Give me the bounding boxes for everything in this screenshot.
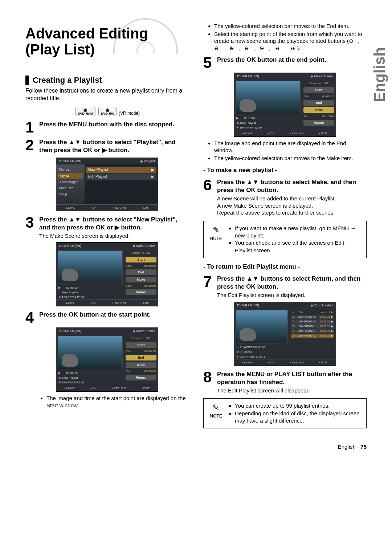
step-desc: A new Scene will be added to the current…: [217, 195, 367, 216]
step-2: 2 Press the ▲▼ buttons to select "Playli…: [25, 138, 189, 154]
osd-make-scene-end: DVD-RAM(VR)◆ Make Scene ▶ 00:10:00 ▭ New…: [234, 73, 336, 137]
step-number: 4: [25, 311, 36, 325]
osd-playlist-menu: DVD-RAM(VR)◆ Playlist Title List Playlis…: [56, 158, 158, 211]
step-8: 8 Press the MENU or PLAY LIST button aft…: [203, 370, 367, 394]
section-intro: Follow these instructions to create a ne…: [25, 87, 189, 102]
step-5: 5 Press the OK button at the end point.: [203, 56, 367, 70]
step-title: Press the MENU or PLAY LIST button after…: [217, 370, 367, 386]
note-box-1: ✎NOTE If you want to make a new playlist…: [203, 221, 367, 258]
step-title: Press the OK button at the end point.: [217, 56, 367, 64]
subheading-make: - To make a new playlist -: [203, 167, 367, 174]
page-title-block: Advanced Editing (Play List): [25, 22, 189, 65]
subheading-return: - To return to Edit Playlist menu -: [203, 263, 367, 270]
step-4: 4 Press the OK button at the start point…: [25, 311, 189, 325]
step-number: 5: [203, 56, 214, 70]
step-desc: The Edit Playlist screen is displayed.: [217, 292, 367, 299]
note-icon: ✎: [208, 402, 224, 413]
step-title: Press the OK button at the start point.: [39, 311, 189, 319]
osd-make-scene-initial: DVD-RAM(VR)◆ Make Scene ▶ 00:00:10 ▭ New…: [56, 242, 158, 306]
step4-bullets-cont: The yellow-colored selection bar moves t…: [208, 23, 367, 52]
dvd-ram-icon: DVD-RAM: [75, 107, 96, 116]
step-number: 1: [25, 121, 36, 134]
step-title: Press the ▲▼ buttons to select Return, a…: [217, 275, 367, 291]
page-footer: English - 75: [25, 444, 367, 450]
step-6: 6 Press the ▲▼ buttons to select Make, a…: [203, 178, 367, 216]
step-title: Press the ▲▼ buttons to select "Playlist…: [39, 138, 189, 154]
step-number: 8: [203, 370, 214, 394]
osd-make-scene-start: DVD-RAM(VR)◆ Make Scene ▶ 00:00:10 ▭ New…: [56, 327, 158, 392]
step-title: Press the ▲▼ buttons to select Make, and…: [217, 178, 367, 194]
step-title: Press the ▲▼ buttons to select "New Play…: [39, 216, 189, 232]
note-box-2: ✎NOTE You can create up to 99 playlist e…: [203, 398, 367, 428]
step-number: 3: [25, 216, 36, 240]
step-3: 3 Press the ▲▼ buttons to select "New Pl…: [25, 216, 189, 240]
vr-mode-label: (VR mode): [119, 111, 140, 116]
step-number: 6: [203, 178, 214, 216]
dvd-rw-icon: DVD-RW: [98, 107, 117, 116]
step4-bullets: The image and time at the start point ar…: [40, 395, 189, 409]
section-heading-creating: Creating a Playlist: [25, 76, 189, 85]
step-desc: The Edit Playlist screen will disappear.: [217, 387, 367, 394]
page-title: Advanced Editing (Play List): [25, 25, 189, 57]
note-icon: ✎: [208, 225, 224, 236]
disc-compatibility: DVD-RAM DVD-RW (VR mode): [25, 107, 189, 116]
language-side-tab: English: [371, 47, 388, 102]
step5-bullets: The image and end point time are display…: [208, 140, 367, 162]
step-desc: The Make Scene screen is displayed.: [39, 232, 189, 240]
step-title: Press the MENU button with the disc stop…: [39, 121, 189, 129]
step-number: 2: [25, 138, 36, 154]
step-7: 7 Press the ▲▼ buttons to select Return,…: [203, 275, 367, 299]
step-1: 1 Press the MENU button with the disc st…: [25, 121, 189, 134]
step-number: 7: [203, 275, 214, 299]
osd-edit-playlist: DVD-RAM(VR)◆ Edit Playlist ▭ 25/APR/2004…: [234, 302, 336, 366]
